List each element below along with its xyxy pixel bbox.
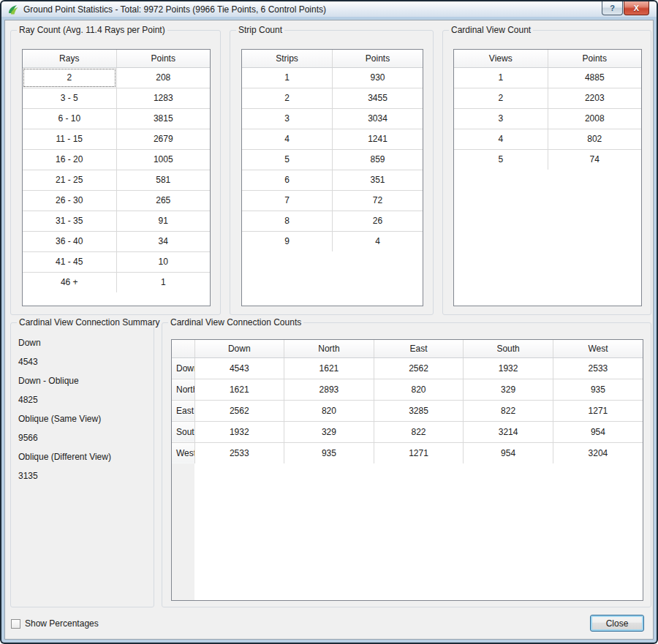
grid-cell[interactable]: 1271 [374, 442, 464, 463]
column-header[interactable]: North [284, 340, 374, 357]
grid-cell[interactable]: 1 [454, 67, 548, 88]
column-header[interactable]: Rays [23, 50, 116, 67]
grid-cell[interactable]: 8 [242, 211, 333, 231]
grid-cell[interactable]: 72 [333, 190, 423, 211]
grid-cell[interactable]: 820 [284, 400, 374, 421]
grid-cell[interactable]: 4 [242, 129, 333, 149]
grid-cell[interactable]: 3 [454, 108, 548, 129]
grid-cell[interactable]: 2203 [548, 88, 641, 108]
grid-cell[interactable]: 2 [454, 88, 548, 108]
grid-cell[interactable]: 3285 [374, 400, 464, 421]
grid-cell[interactable]: 802 [548, 129, 641, 149]
column-header[interactable]: Strips [242, 50, 333, 67]
grid-cell[interactable]: 3204 [553, 442, 643, 463]
row-header[interactable]: West [172, 442, 194, 463]
grid-cell[interactable]: 4 [454, 129, 548, 149]
show-percentages-checkbox[interactable]: Show Percentages [11, 618, 99, 629]
grid-cell[interactable]: 1621 [284, 357, 374, 379]
grid-cell[interactable]: 1932 [464, 357, 553, 379]
grid-cell[interactable]: 2533 [194, 442, 284, 463]
grid-cell[interactable]: 2679 [116, 129, 210, 149]
checkbox-box[interactable] [11, 619, 20, 629]
grid-cell[interactable]: 2 [242, 88, 333, 108]
grid-cell[interactable]: 4543 [194, 357, 284, 379]
grid-cell[interactable]: 3214 [464, 421, 553, 442]
column-header[interactable]: Points [116, 50, 210, 67]
grid-cell[interactable]: 34 [116, 231, 210, 251]
column-header[interactable]: Points [548, 50, 641, 67]
grid-cell[interactable]: 4 [333, 231, 423, 251]
grid-cell[interactable]: 1005 [116, 149, 210, 170]
grid-cell[interactable]: 26 [333, 211, 423, 231]
table-row: 32008 [454, 108, 641, 129]
grid-cell[interactable]: 2562 [374, 357, 464, 379]
grid-cell[interactable]: 26 - 30 [23, 190, 116, 211]
grid-cell[interactable]: 41 - 45 [23, 251, 116, 272]
grid-cell[interactable]: 265 [116, 190, 210, 211]
grid-cell[interactable]: 46 + [23, 272, 116, 292]
row-header[interactable]: East [172, 400, 194, 421]
grid-cell[interactable]: 1283 [116, 88, 210, 108]
grid-cell[interactable]: 351 [333, 170, 423, 190]
grid-cell[interactable]: 3815 [116, 108, 210, 129]
grid-cell[interactable]: 1 [116, 272, 210, 292]
grid-cell[interactable]: 954 [553, 421, 643, 442]
grid-cell[interactable]: 21 - 25 [23, 170, 116, 190]
column-header[interactable]: South [464, 340, 553, 357]
grid-cell[interactable]: 2533 [553, 357, 643, 379]
grid-cell[interactable]: 16 - 20 [23, 149, 116, 170]
grid-cell[interactable]: 36 - 40 [23, 231, 116, 251]
close-button[interactable]: Close [590, 615, 644, 632]
grid-cell[interactable]: 3 - 5 [23, 88, 116, 108]
grid-cell[interactable]: 822 [464, 400, 553, 421]
column-header[interactable]: Down [194, 340, 284, 357]
grid-cell[interactable]: 3 [242, 108, 333, 129]
grid-cell[interactable]: 2893 [284, 379, 374, 400]
grid-cell[interactable]: 74 [548, 149, 641, 170]
grid-cell[interactable]: 208 [116, 67, 210, 88]
grid-cell[interactable]: 3034 [333, 108, 423, 129]
column-header[interactable]: West [553, 340, 643, 357]
grid-cell[interactable]: 5 [454, 149, 548, 170]
grid-cell[interactable]: 3455 [333, 88, 423, 108]
grid-cell[interactable]: 329 [284, 421, 374, 442]
column-header[interactable]: Views [454, 50, 548, 67]
grid-cell[interactable]: 11 - 15 [23, 129, 116, 149]
titlebar[interactable]: Ground Point Statistics - Total: 9972 Po… [1, 1, 657, 17]
help-button[interactable]: ? [602, 1, 623, 15]
grid-cell[interactable]: 2 [23, 67, 116, 88]
grid-cell[interactable]: 935 [553, 379, 643, 400]
grid-cell[interactable]: 31 - 35 [23, 211, 116, 231]
grid-cell[interactable]: 5 [242, 149, 333, 170]
grid-cell[interactable]: 930 [333, 67, 423, 88]
group-ray-count: Ray Count (Avg. 11.4 Rays per Point) Ray… [10, 30, 221, 315]
column-header[interactable]: Points [333, 50, 423, 67]
grid-cell[interactable]: 4885 [548, 67, 641, 88]
grid-cell[interactable]: 820 [374, 379, 464, 400]
grid-cell[interactable]: 1621 [194, 379, 284, 400]
row-header[interactable]: South [172, 421, 194, 442]
grid-cell[interactable]: 1271 [553, 400, 643, 421]
grid-cell[interactable]: 822 [374, 421, 464, 442]
grid-cell[interactable]: 954 [464, 442, 553, 463]
grid-cell[interactable]: 1241 [333, 129, 423, 149]
row-header[interactable]: North [172, 379, 194, 400]
grid-cell[interactable]: 10 [116, 251, 210, 272]
column-header[interactable]: East [374, 340, 464, 357]
grid-cell[interactable]: 2562 [194, 400, 284, 421]
grid-cell[interactable]: 935 [284, 442, 374, 463]
grid-cell[interactable]: 91 [116, 211, 210, 231]
grid-cell[interactable]: 581 [116, 170, 210, 190]
grid-cell[interactable]: 6 - 10 [23, 108, 116, 129]
grid-cell[interactable]: 1932 [194, 421, 284, 442]
grid-cell[interactable]: 2008 [548, 108, 641, 129]
grid-cell[interactable]: 6 [242, 170, 333, 190]
grid-cell[interactable]: 9 [242, 231, 333, 251]
grid-cell[interactable]: 7 [242, 190, 333, 211]
grid-cell[interactable]: 329 [464, 379, 553, 400]
grid-cell[interactable]: 1 [242, 67, 333, 88]
window-close-button[interactable]: X [624, 1, 649, 15]
row-header[interactable]: Down [172, 357, 194, 379]
app-icon[interactable] [7, 4, 19, 15]
grid-cell[interactable]: 859 [333, 149, 423, 170]
